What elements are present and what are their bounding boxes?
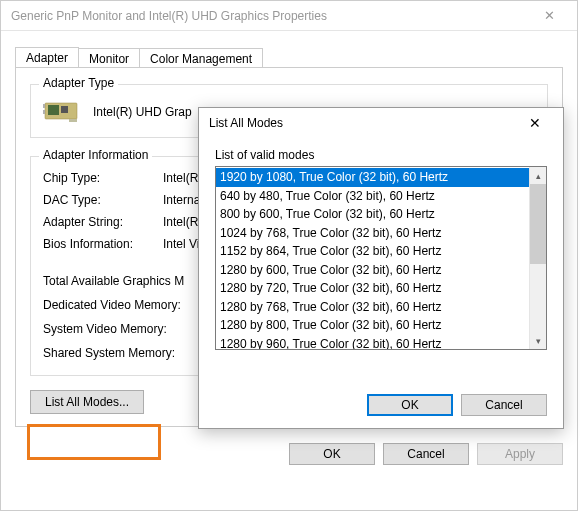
dialog-footer: OK Cancel xyxy=(199,382,563,428)
adapter-type-label: Adapter Type xyxy=(39,76,118,90)
adapter-info-label: Adapter Information xyxy=(39,148,152,162)
total-label: Total Available Graphics M xyxy=(43,269,184,293)
footer-buttons: OK Cancel Apply xyxy=(1,433,577,477)
tab-adapter[interactable]: Adapter xyxy=(15,47,79,67)
mode-item[interactable]: 1152 by 864, True Color (32 bit), 60 Her… xyxy=(216,242,529,261)
close-icon[interactable]: ✕ xyxy=(529,2,569,30)
info-value: Intel(R) xyxy=(163,211,202,233)
tab-monitor[interactable]: Monitor xyxy=(78,48,140,68)
list-all-modes-button[interactable]: List All Modes... xyxy=(30,390,144,414)
mode-item[interactable]: 1280 by 600, True Color (32 bit), 60 Her… xyxy=(216,261,529,280)
info-label: Bios Information: xyxy=(43,233,163,255)
info-label: DAC Type: xyxy=(43,189,163,211)
window-title: Generic PnP Monitor and Intel(R) UHD Gra… xyxy=(11,9,529,23)
graphics-card-icon xyxy=(43,97,83,127)
mode-item[interactable]: 1280 by 800, True Color (32 bit), 60 Her… xyxy=(216,316,529,335)
svg-rect-2 xyxy=(61,106,68,113)
dialog-title: List All Modes xyxy=(209,116,515,130)
svg-rect-4 xyxy=(43,104,45,108)
svg-rect-1 xyxy=(48,105,59,115)
mode-item[interactable]: 1280 by 768, True Color (32 bit), 60 Her… xyxy=(216,298,529,317)
dialog-close-icon[interactable]: ✕ xyxy=(515,109,555,137)
tabstrip: Adapter Monitor Color Management xyxy=(15,45,563,67)
scrollbar[interactable]: ▴ ▾ xyxy=(529,167,546,349)
info-value: Intel(R) xyxy=(163,167,202,189)
adapter-type-value: Intel(R) UHD Grap xyxy=(93,105,192,119)
svg-rect-5 xyxy=(43,110,45,114)
list-all-modes-dialog: List All Modes ✕ List of valid modes 192… xyxy=(198,107,564,429)
total-label: System Video Memory: xyxy=(43,317,167,341)
dialog-titlebar: List All Modes ✕ xyxy=(199,108,563,138)
apply-button: Apply xyxy=(477,443,563,465)
total-label: Shared System Memory: xyxy=(43,341,175,365)
scroll-up-icon[interactable]: ▴ xyxy=(530,167,546,184)
mode-item[interactable]: 1920 by 1080, True Color (32 bit), 60 He… xyxy=(216,168,529,187)
scroll-thumb[interactable] xyxy=(530,184,546,264)
cancel-button[interactable]: Cancel xyxy=(383,443,469,465)
titlebar: Generic PnP Monitor and Intel(R) UHD Gra… xyxy=(1,1,577,31)
scroll-down-icon[interactable]: ▾ xyxy=(530,332,546,349)
info-label: Adapter String: xyxy=(43,211,163,233)
list-label: List of valid modes xyxy=(215,148,547,162)
total-label: Dedicated Video Memory: xyxy=(43,293,181,317)
modes-listbox[interactable]: 1920 by 1080, True Color (32 bit), 60 He… xyxy=(215,166,547,350)
svg-rect-3 xyxy=(69,119,77,122)
ok-button[interactable]: OK xyxy=(289,443,375,465)
mode-item[interactable]: 1280 by 720, True Color (32 bit), 60 Her… xyxy=(216,279,529,298)
dialog-cancel-button[interactable]: Cancel xyxy=(461,394,547,416)
dialog-ok-button[interactable]: OK xyxy=(367,394,453,416)
mode-item[interactable]: 640 by 480, True Color (32 bit), 60 Hert… xyxy=(216,187,529,206)
mode-item[interactable]: 1024 by 768, True Color (32 bit), 60 Her… xyxy=(216,224,529,243)
tab-color-management[interactable]: Color Management xyxy=(139,48,263,68)
mode-item[interactable]: 1280 by 960, True Color (32 bit), 60 Her… xyxy=(216,335,529,350)
info-label: Chip Type: xyxy=(43,167,163,189)
mode-item[interactable]: 800 by 600, True Color (32 bit), 60 Hert… xyxy=(216,205,529,224)
